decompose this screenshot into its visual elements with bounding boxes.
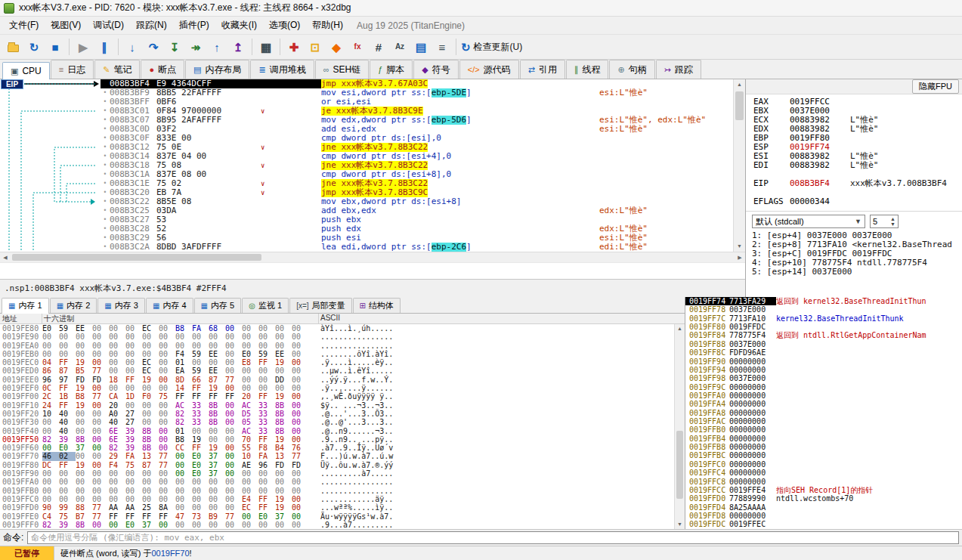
scroll-down-icon[interactable]: ▼ — [734, 241, 745, 252]
breakpoint-dot[interactable]: • — [101, 161, 110, 170]
breakpoint-dot[interactable]: • — [101, 224, 110, 234]
disasm-row[interactable]: •008B3C20EB 7A∨jmp xxx帐本v3.7.8B3C9C — [101, 188, 733, 197]
breakpoint-dot[interactable]: • — [101, 152, 110, 161]
menu-item-trace[interactable]: 跟踪(N) — [130, 17, 173, 34]
calling-convention-select[interactable]: 默认 (stdcall) ▼ — [752, 215, 865, 228]
stack-row[interactable]: 0019FFB400000000 — [685, 435, 962, 443]
breakpoint-dot[interactable]: • — [101, 170, 110, 179]
run-to-user-code-button[interactable]: ↥ — [228, 37, 248, 57]
stack-row[interactable]: 0019FFA800000000 — [685, 409, 962, 417]
dump-row[interactable]: 0019FED08687B5770000EC00EA59EE0000000000… — [0, 367, 685, 375]
disasm-row[interactable]: •008B3C2503DAadd ebx,edxedx:L"惟è" — [101, 206, 733, 215]
tab-dump5[interactable]: ▦内存 5 — [194, 298, 242, 313]
tab-script[interactable]: ƒ脚本 — [370, 60, 413, 79]
tab-references[interactable]: ⇄引用 — [520, 60, 565, 79]
stack-row[interactable]: 0019FFA000000000 — [685, 391, 962, 400]
dump-row[interactable]: 0019FE80E059EE000000EC00B8FA680000000000… — [0, 324, 685, 333]
stack-row[interactable]: 0019FF800019FFDC — [685, 323, 962, 331]
stack-row[interactable]: 0019FFD48A25AAAA — [685, 503, 962, 512]
disasm-vertical-scrollbar[interactable]: ▲ ▼ — [733, 79, 745, 252]
breakpoint-dot[interactable] — [101, 79, 110, 88]
breakpoint-dot[interactable]: • — [101, 234, 110, 243]
dump-row[interactable]: 0019FFF082398B0000E037000000000000000000… — [0, 521, 685, 529]
dump-row[interactable]: 0019FF5082398B006E398B00B819000070FF1900… — [0, 435, 685, 444]
menu-item-view[interactable]: 视图(V) — [45, 17, 87, 34]
disasm-scroll-thumb[interactable] — [735, 91, 744, 120]
stack-row[interactable]: 0019FF8CFDFD96AE — [685, 348, 962, 357]
stack-row[interactable]: 0019FF9000000000 — [685, 357, 962, 366]
tab-struct[interactable]: ⊞结构体 — [353, 298, 401, 313]
stack-row[interactable]: 0019FFAC00000000 — [685, 417, 962, 425]
breakpoint-dot[interactable]: • — [101, 107, 110, 116]
dump-row[interactable]: 0019FF704602000029FA137700E0370010FA1377… — [0, 452, 685, 460]
stack-arg-row[interactable]: 5: [esp+14] 0037E000 — [752, 268, 962, 277]
menu-item-file[interactable]: 文件(F) — [3, 17, 45, 34]
stack-row[interactable]: 0019FFD077889990ntdll.wcstombs+70 — [685, 494, 962, 503]
dump-scroll-thumb[interactable] — [676, 431, 683, 499]
scroll-left-icon[interactable]: ◀ — [0, 252, 11, 262]
dump-row[interactable]: 0019FF80DCFF1900F475877700E03700AE96FDFD… — [0, 461, 685, 469]
dump-row[interactable]: 0019FE9000000000000000000000000000000000… — [0, 333, 685, 341]
stack-row[interactable]: 0019FF9400000000 — [685, 366, 962, 374]
step-into-button[interactable]: ↓ — [122, 37, 142, 57]
breakpoint-dot[interactable]: • — [101, 197, 110, 206]
tab-memory-map[interactable]: ▤内存布局 — [185, 60, 249, 79]
disasm-row[interactable]: •008B3C078B95 2AFAFFFFmov edx,dword ptr … — [101, 116, 733, 125]
stack-row[interactable]: 0019FF780037E000 — [685, 305, 962, 314]
stack-row[interactable]: 0019FFA400000000 — [685, 400, 962, 408]
breakpoint-dot[interactable]: • — [101, 215, 110, 224]
breakpoint-dot[interactable]: • — [101, 116, 110, 125]
disasm-row[interactable]: •008B3C2753push ebx — [101, 215, 733, 224]
breakpoint-dot[interactable]: • — [101, 179, 110, 188]
dump-row[interactable]: 0019FFE0C475B777FFFFFFFF4773B97700E03700… — [0, 512, 685, 521]
breakpoint-dot[interactable]: • — [101, 88, 110, 97]
disasm-row[interactable]: •008B3C1E75 02∨jne xxx帐本v3.7.8B3C22 — [101, 179, 733, 188]
restart-button[interactable]: ↻ — [24, 37, 44, 57]
disasm-row[interactable]: •008B3C2852push edxedx:L"惟è" — [101, 224, 733, 234]
run-button[interactable]: ▶ — [73, 37, 93, 57]
hide-fpu-button[interactable]: 隐藏FPU — [912, 79, 959, 94]
breakpoint-address-link[interactable]: 0019FF70 — [151, 549, 189, 558]
trace-over-button[interactable]: ↠ — [186, 37, 206, 57]
stack-row[interactable]: 0019FFBC00000000 — [685, 451, 962, 459]
stack-row[interactable]: 0019FFC800000000 — [685, 478, 962, 486]
dump-row[interactable]: 0019FF40004000006E398B0001000000AC338B00… — [0, 427, 685, 435]
menu-item-options[interactable]: 选项(O) — [263, 17, 306, 34]
disasm-row[interactable]: •008B3BF98BB5 22FAFFFFmov esi,dword ptr … — [101, 88, 733, 97]
disasm-row[interactable]: •008B3C0F833E 00cmp dword ptr ds:[esi],0 — [101, 134, 733, 143]
stack-row[interactable]: 0019FFD800000000 — [685, 512, 962, 520]
dump-row[interactable]: 0019FEE09697FDFD18FF19008D6687770000DD00… — [0, 376, 685, 384]
breakpoint-dot[interactable]: • — [101, 97, 110, 107]
disasm-hscroll-thumb[interactable] — [12, 254, 261, 261]
register-row[interactable]: EBP0019FF80 — [753, 134, 962, 143]
dump-row[interactable]: 0019FF002C1BB877CA1DF075FFFFFFFF20FF1900… — [0, 392, 685, 401]
tab-dump1[interactable]: ▦内存 1 — [2, 298, 49, 314]
function-button[interactable]: fx — [348, 37, 367, 57]
stack-row[interactable]: 0019FF747713FA29返回到 kernel32.BaseThreadI… — [685, 297, 962, 305]
breakpoint-dot[interactable]: • — [101, 188, 110, 197]
tab-call-stack[interactable]: ≣调用堆栈 — [250, 60, 314, 79]
tab-source[interactable]: </>源代码 — [459, 60, 519, 79]
stack-row[interactable]: 0019FFCC0019FFE4指向SEH_Record[1]的指针 — [685, 486, 962, 494]
disasm-horizontal-scrollbar[interactable]: ◀ ▶ — [0, 252, 745, 262]
register-row[interactable]: EIP008B3BF4xxx帐本v3.7.008B3BF4 — [753, 179, 962, 188]
stack-row[interactable]: 0019FF84778775F4返回到 ntdll.RtlGetAppConta… — [685, 331, 962, 339]
dump-row[interactable]: 0019FFC0000000000000000000000000E4FF1900… — [0, 495, 685, 503]
tab-threads[interactable]: ∥线程 — [566, 60, 609, 79]
tab-watch1[interactable]: ◎监视 1 — [242, 298, 289, 313]
scroll-up-icon[interactable]: ▲ — [675, 324, 685, 333]
script-window-button[interactable]: ▤ — [411, 37, 431, 57]
dump-row[interactable]: 0019FFD090998877AAAA258A00000000ECFF1900… — [0, 503, 685, 512]
tab-notes[interactable]: ✎笔记 — [94, 60, 140, 79]
open-file-button[interactable] — [3, 37, 23, 57]
register-row[interactable]: EDX00883982L"惟è" — [753, 125, 962, 134]
breakpoint-dot[interactable]: • — [101, 134, 110, 143]
scroll-up-icon[interactable]: ▲ — [734, 79, 745, 90]
disasm-row[interactable]: •008B3C1A837E 08 00cmp dword ptr ds:[esi… — [101, 170, 733, 179]
comment-button[interactable]: ⊡ — [305, 37, 325, 57]
tab-trace[interactable]: ↣跟踪 — [656, 60, 701, 79]
az-button[interactable]: Az — [390, 37, 410, 57]
stack-row[interactable]: 0019FF7C7713FA10kernel32.BaseThreadInitT… — [685, 314, 962, 323]
disasm-row[interactable]: •008B3C228B5E 08mov ebx,dword ptr ds:[es… — [101, 197, 733, 206]
dump-row[interactable]: 0019FF1024FF190020000000AC338B00AC338B00… — [0, 401, 685, 410]
